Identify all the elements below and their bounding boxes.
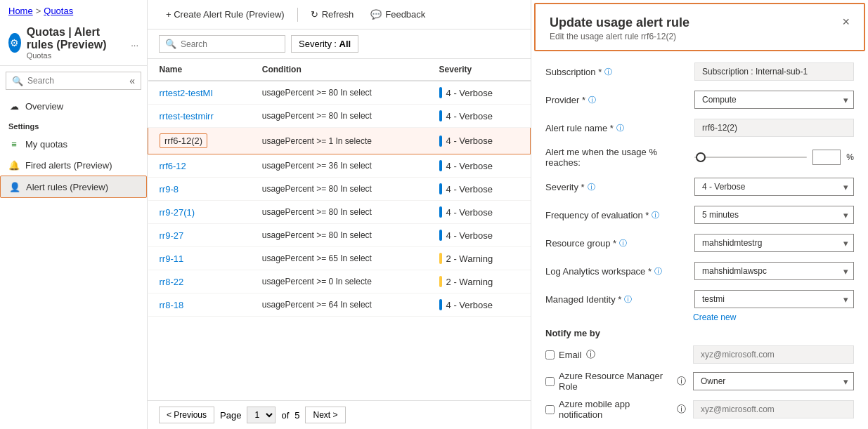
row-name-link[interactable]: rrtest2-testMI (160, 88, 214, 98)
row-name-link[interactable]: rr9-8 (160, 184, 179, 194)
severity-info-icon[interactable]: ⓘ (588, 182, 595, 192)
row-name: rrtest2-testMI (148, 81, 251, 105)
col-condition[interactable]: Condition (251, 59, 428, 81)
list-icon: ≡ (8, 138, 20, 150)
breadcrumb-home[interactable]: Home (8, 6, 33, 16)
table-row[interactable]: rrtest2-testMIusagePercent >= 80 In sele… (148, 81, 531, 105)
table-row[interactable]: rr9-11usagePercent >= 65 In select2 - Wa… (148, 247, 531, 270)
sidebar-item-alert-rules[interactable]: 👤 Alert rules (Preview) (0, 176, 147, 198)
usage-pct-input[interactable]: 1 (812, 150, 841, 165)
row-condition: usagePercent >= 80 In select (251, 178, 428, 201)
sidebar-item-fired-alerts[interactable]: 🔔 Fired alerts (Preview) (0, 154, 147, 176)
frequency-row: Frequency of evaluation * ⓘ 5 minutes 10… (545, 206, 854, 224)
log-analytics-select[interactable]: mahshidmlawspc (694, 262, 854, 280)
app-title-block: Quotas | Alert rules (Preview) Quotas (27, 26, 125, 60)
alert-rule-name-value: rrf6-12(2) (694, 119, 854, 137)
table-row[interactable]: rrtest-testmirrusagePercent >= 80 In sel… (148, 105, 531, 128)
sidebar-item-label: Fired alerts (Preview) (25, 160, 112, 171)
next-button[interactable]: Next > (305, 407, 345, 423)
row-name-link[interactable]: rr8-18 (160, 300, 184, 310)
mobile-label: Azure mobile app notification ⓘ (545, 399, 686, 420)
col-name[interactable]: Name (148, 59, 251, 81)
severity-dot (439, 276, 442, 287)
table-row[interactable]: rr8-18usagePercent >= 64 In select4 - Ve… (148, 293, 531, 317)
cloud-icon: ☁ (8, 100, 20, 112)
mobile-info-icon[interactable]: ⓘ (677, 403, 686, 416)
severity-select-wrapper: 0 - Critical 1 - Error 2 - Warning 3 - I… (694, 178, 854, 196)
email-info-icon[interactable]: ⓘ (586, 348, 595, 361)
selected-name: rrf6-12(2) (160, 133, 207, 148)
row-condition: usagePercent >= 36 In select (251, 154, 428, 178)
alert-rule-name-info-icon[interactable]: ⓘ (616, 123, 624, 133)
arm-role-checkbox[interactable] (545, 377, 555, 386)
right-panel-body: Subscription * ⓘ Subscription : Internal… (531, 54, 868, 429)
table-row[interactable]: rr9-8usagePercent >= 80 In select4 - Ver… (148, 178, 531, 201)
row-name: rr8-18 (148, 293, 251, 317)
log-analytics-info-icon[interactable]: ⓘ (654, 266, 662, 277)
collapse-button[interactable]: « (129, 75, 135, 86)
sidebar-search-input[interactable] (27, 76, 125, 86)
table-row[interactable]: rr9-27(1)usagePercent >= 80 In select4 -… (148, 201, 531, 224)
severity-label: 2 - Warning (446, 277, 493, 287)
row-name-link[interactable]: rr9-11 (160, 253, 184, 264)
feedback-button[interactable]: 💬 Feedback (363, 6, 432, 23)
row-name-link[interactable]: rr9-27(1) (160, 207, 195, 218)
app-header: ⚙ Quotas | Alert rules (Preview) Quotas … (0, 22, 147, 66)
notify-section-title: Notify me by (545, 328, 854, 338)
row-name-link[interactable]: rrtest-testmirr (160, 111, 214, 121)
close-button[interactable]: × (842, 15, 850, 28)
resource-group-row: Resource group * ⓘ mahshidmtestrg (545, 234, 854, 252)
create-alert-rule-button[interactable]: + Create Alert Rule (Preview) (159, 6, 292, 23)
arm-role-select[interactable]: Owner (693, 372, 854, 390)
sidebar-item-label: My quotas (25, 139, 67, 150)
slider-thumb[interactable] (696, 152, 706, 162)
sidebar-item-overview[interactable]: ☁ Overview (0, 95, 147, 117)
table-search-input[interactable] (181, 39, 279, 49)
severity-label: 4 - Verbose (446, 230, 493, 241)
managed-identity-info-icon[interactable]: ⓘ (624, 294, 632, 305)
arm-role-select-wrapper: Owner (693, 372, 854, 390)
severity-label: 4 - Verbose (446, 136, 493, 146)
prev-button[interactable]: < Previous (159, 407, 214, 423)
col-severity[interactable]: Severity (428, 59, 531, 81)
mobile-checkbox[interactable] (545, 405, 555, 414)
row-name-link[interactable]: rrf6-12 (160, 161, 186, 171)
sidebar-item-my-quotas[interactable]: ≡ My quotas (0, 133, 147, 154)
subscription-info-icon[interactable]: ⓘ (604, 67, 612, 77)
email-checkbox[interactable] (545, 350, 555, 359)
bell-icon: 🔔 (8, 159, 20, 171)
page-select[interactable]: 12345 (247, 407, 276, 423)
severity-select[interactable]: 0 - Critical 1 - Error 2 - Warning 3 - I… (694, 178, 854, 196)
table-row[interactable]: rrf6-12usagePercent >= 36 In select4 - V… (148, 154, 531, 178)
row-condition: usagePercent >= 0 In selecte (251, 270, 428, 293)
frequency-select[interactable]: 5 minutes 10 minutes 15 minutes 30 minut… (694, 206, 854, 224)
subscription-row: Subscription * ⓘ Subscription : Internal… (545, 62, 854, 81)
severity-label: 4 - Verbose (446, 184, 493, 194)
frequency-info-icon[interactable]: ⓘ (652, 210, 659, 220)
row-name-link[interactable]: rr9-27 (160, 230, 184, 241)
provider-info-icon[interactable]: ⓘ (588, 95, 596, 105)
resource-group-info-icon[interactable]: ⓘ (619, 238, 627, 249)
table-row[interactable]: rr8-22usagePercent >= 0 In selecte2 - Wa… (148, 270, 531, 293)
more-icon[interactable]: ... (131, 38, 138, 48)
table-search-box: 🔍 (159, 35, 285, 53)
severity-filter[interactable]: Severity : All (291, 35, 358, 53)
mobile-input[interactable] (693, 400, 854, 418)
create-new-link[interactable]: Create new (693, 312, 854, 322)
resource-group-select[interactable]: mahshidmtestrg (694, 234, 854, 252)
table-row[interactable]: rrf6-12(2)usagePercent >= 1 In selecte4 … (148, 128, 531, 154)
refresh-button[interactable]: ↻ Refresh (304, 6, 361, 23)
email-input[interactable] (693, 345, 854, 364)
row-severity: 4 - Verbose (428, 178, 531, 201)
row-name-link[interactable]: rr8-22 (160, 277, 184, 287)
breadcrumb-quotas[interactable]: Quotas (44, 6, 73, 16)
provider-select[interactable]: Compute (694, 91, 854, 109)
filter-label: Severity (299, 39, 332, 49)
arm-role-info-icon[interactable]: ⓘ (677, 375, 686, 388)
log-analytics-row: Log Analytics workspace * ⓘ mahshidmlaws… (545, 262, 854, 280)
log-analytics-select-wrapper: mahshidmlawspc (694, 262, 854, 280)
table-row[interactable]: rr9-27usagePercent >= 80 In select4 - Ve… (148, 224, 531, 247)
managed-identity-select[interactable]: testmi (694, 290, 854, 308)
row-condition: usagePercent >= 80 In select (251, 201, 428, 224)
search-icon: 🔍 (165, 39, 176, 49)
